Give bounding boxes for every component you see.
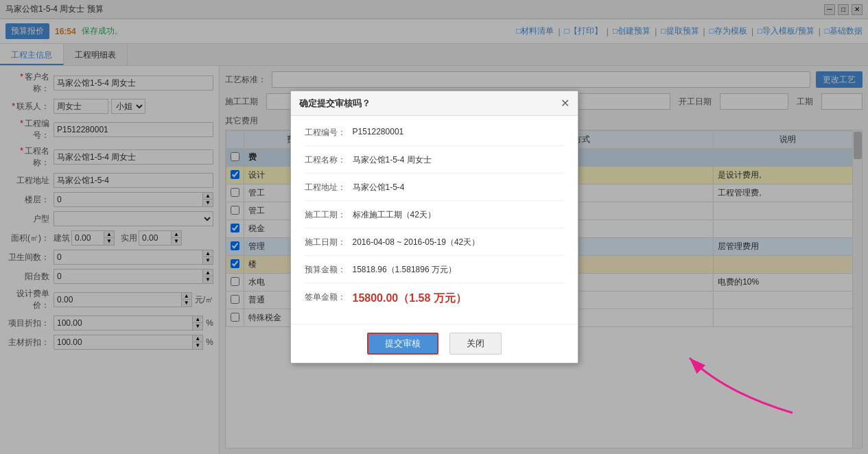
modal-budget-amount-row: 预算金额： 15818.96（1.581896 万元） <box>305 264 564 283</box>
modal-engineer-addr-value: 马家公馆1-5-4 <box>353 182 564 193</box>
modal-construction-period-row: 施工工期： 标准施工工期（42天） <box>305 209 564 228</box>
modal-sign-amount-value: 15800.00（1.58 万元） <box>353 291 467 306</box>
modal-submit-button[interactable]: 提交审核 <box>367 333 438 355</box>
modal-engineer-no-value: P1512280001 <box>353 127 564 136</box>
modal-construction-date-row: 施工日期： 2016-04-08 ~ 2016-05-19（42天） <box>305 237 564 256</box>
modal-construction-period-value: 标准施工工期（42天） <box>353 209 564 221</box>
modal-engineer-no-label: 工程编号： <box>305 127 353 139</box>
modal-engineer-no-row: 工程编号： P1512280001 <box>305 127 564 146</box>
modal-title: 确定提交审核吗？ <box>299 97 371 110</box>
modal-overlay: 确定提交审核吗？ ✕ 工程编号： P1512280001 工程名称： 马家公馆1… <box>0 0 868 454</box>
modal-header: 确定提交审核吗？ ✕ <box>291 91 578 116</box>
modal-construction-period-label: 施工工期： <box>305 209 353 221</box>
modal-construction-date-value: 2016-04-08 ~ 2016-05-19（42天） <box>353 237 564 248</box>
arrow-annotation <box>669 337 806 420</box>
modal-close-button[interactable]: ✕ <box>561 97 570 110</box>
confirm-modal: 确定提交审核吗？ ✕ 工程编号： P1512280001 工程名称： 马家公馆1… <box>290 91 578 363</box>
modal-footer: 提交审核 关闭 <box>291 324 578 363</box>
modal-engineer-name-label: 工程名称： <box>305 154 353 166</box>
modal-construction-date-label: 施工日期： <box>305 237 353 248</box>
modal-budget-amount-label: 预算金额： <box>305 264 353 276</box>
modal-sign-amount-label: 签单金额： <box>305 291 353 303</box>
modal-engineer-addr-label: 工程地址： <box>305 182 353 193</box>
modal-engineer-addr-row: 工程地址： 马家公馆1-5-4 <box>305 182 564 201</box>
modal-cancel-button[interactable]: 关闭 <box>449 333 502 355</box>
modal-budget-amount-value: 15818.96（1.581896 万元） <box>353 264 564 276</box>
modal-engineer-name-value: 马家公馆1-5-4 周女士 <box>353 154 564 166</box>
modal-engineer-name-row: 工程名称： 马家公馆1-5-4 周女士 <box>305 154 564 174</box>
modal-body: 工程编号： P1512280001 工程名称： 马家公馆1-5-4 周女士 工程… <box>291 116 578 324</box>
modal-sign-amount-row: 签单金额： 15800.00（1.58 万元） <box>305 291 564 313</box>
